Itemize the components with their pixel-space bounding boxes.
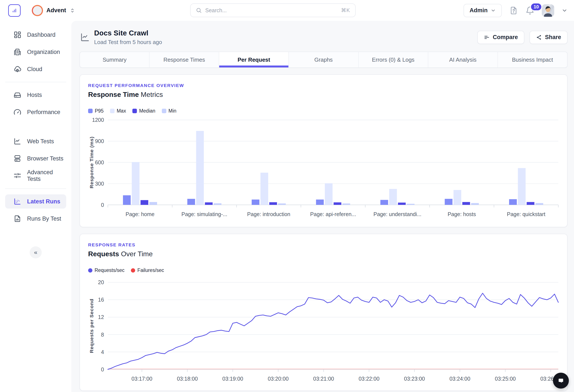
sidebar-item-hosts[interactable]: Hosts [5,88,66,102]
tab-response-times[interactable]: Response Times [150,52,219,67]
svg-text:03:23:00: 03:23:00 [404,376,425,382]
svg-text:03:25:00: 03:25:00 [495,376,516,382]
chat-launcher-button[interactable] [553,373,569,389]
legend-swatch [162,109,166,113]
admin-label: Admin [470,7,488,14]
legend-item-median: Median [132,108,155,114]
tab-errors-logs[interactable]: Errors (0) & Logs [359,52,428,67]
legend-item-p95: P95 [88,108,103,114]
legend-swatch [110,109,115,113]
card-title-rest: Over Time [119,250,153,258]
tab-graphs[interactable]: Graphs [289,52,358,67]
legend-swatch [88,109,93,113]
sidebar-label: Latest Runs [27,198,60,205]
runs-by-test-icon [13,215,21,223]
svg-text:0: 0 [101,366,104,372]
legend-swatch [132,109,137,113]
svg-text:Page: quickstart: Page: quickstart [507,211,545,217]
user-avatar[interactable] [542,4,554,17]
response-time-metrics-card: REQUEST PERFORMANCE OVERVIEW Response Ti… [80,74,568,227]
sidebar-label: Performance [27,109,60,116]
svg-text:Page: api-referen...: Page: api-referen... [310,211,356,217]
svg-text:12: 12 [98,314,104,320]
tab-summary[interactable]: Summary [80,52,150,67]
sidebar-item-organization[interactable]: Organization [5,45,66,59]
org-switcher[interactable]: Advent [32,5,75,16]
svg-text:0: 0 [101,202,104,208]
svg-text:Page: simulating-...: Page: simulating-... [181,211,227,217]
card-title-strong: Requests [88,250,119,258]
sidebar: Dashboard Organization Cloud [0,21,71,392]
sidebar-label: Hosts [27,92,42,98]
legend-item-min: Min [162,108,176,114]
sidebar-item-performance[interactable]: Performance [5,105,66,119]
org-avatar [32,5,43,16]
sidebar-divider [5,82,66,82]
compare-lines-icon [484,34,490,40]
svg-text:Response Time (ms): Response Time (ms) [89,137,94,188]
chevrons-up-down-icon [70,8,75,13]
sidebar-collapse-button[interactable]: « [30,246,42,258]
notifications-button[interactable]: 10 [525,6,534,15]
share-icon [536,34,542,40]
svg-text:03:21:00: 03:21:00 [313,376,334,382]
sidebar-label: Web Tests [27,138,54,145]
svg-text:Page: home: Page: home [125,211,154,217]
svg-text:Requests per Second: Requests per Second [89,298,94,353]
notification-count-badge: 10 [530,2,542,11]
sidebar-item-dashboard[interactable]: Dashboard [5,28,66,42]
svg-text:1200: 1200 [92,117,104,123]
svg-text:8: 8 [101,332,104,338]
svg-text:Page: understandi...: Page: understandi... [373,211,421,217]
admin-menu-button[interactable]: Admin [464,4,502,17]
sidebar-item-web-tests[interactable]: Web Tests [5,134,66,148]
report-tabs: Summary Response Times Per Request Graph… [80,52,568,68]
search-icon [196,7,202,13]
legend-swatch [131,268,135,273]
tab-ai-analysis[interactable]: AI Analysis [428,52,498,67]
hosts-icon [13,91,21,99]
svg-text:Page: hosts: Page: hosts [448,211,476,217]
help-doc-icon[interactable] [509,6,518,15]
share-label: Share [545,34,561,40]
sidebar-label: Runs By Test [27,216,61,222]
response-time-bar-chart: 03006009001200Page: homePage: simulating… [88,117,559,221]
app-logo-bar-chart-icon[interactable] [8,4,21,17]
svg-text:03:20:00: 03:20:00 [268,376,289,382]
search-input[interactable] [205,7,338,14]
share-button[interactable]: Share [530,31,568,44]
chat-bubble-icon [557,377,565,385]
svg-text:03:19:00: 03:19:00 [223,376,243,382]
sidebar-item-runs-by-test[interactable]: Runs By Test [5,212,66,226]
sidebar-item-browser-tests[interactable]: Browser Tests [5,151,66,166]
legend-item-max: Max [110,108,126,114]
double-chevron-left-icon: « [34,249,37,256]
sidebar-spacer [0,122,71,134]
main-content: Docs Site Crawl Load Test from 5 hours a… [71,21,574,392]
tab-per-request[interactable]: Per Request [219,52,289,67]
svg-text:16: 16 [98,297,104,303]
sidebar-item-advanced-tests[interactable]: Advanced Tests [5,169,66,183]
user-menu-chevron-icon[interactable] [562,7,568,14]
line-chart-legend: Requests/sec Failures/sec [88,267,559,273]
svg-text:900: 900 [95,138,104,144]
svg-text:300: 300 [95,181,104,187]
performance-gauge-icon [13,108,21,116]
sidebar-label: Dashboard [27,32,55,38]
card-title: Response Time Metrics [88,91,559,98]
sidebar-item-latest-runs[interactable]: Latest Runs [5,194,66,209]
org-name: Advent [46,7,66,14]
page-subtitle: Load Test from 5 hours ago [94,39,162,45]
sidebar-item-cloud[interactable]: Cloud [5,62,66,76]
card-eyebrow: RESPONSE RATES [88,242,559,247]
svg-text:03:24:00: 03:24:00 [449,376,470,382]
tab-business-impact[interactable]: Business Impact [498,52,567,67]
web-tests-icon [13,137,21,145]
browser-tests-icon [13,155,21,163]
compare-button[interactable]: Compare [477,31,524,44]
page-title: Docs Site Crawl [94,29,162,37]
global-search: ⌘K [190,3,356,17]
svg-text:4: 4 [101,349,104,355]
advanced-tests-icon [13,172,21,180]
requests-over-time-line-chart: 04812162003:17:0003:18:0003:19:0003:20:0… [88,276,559,385]
